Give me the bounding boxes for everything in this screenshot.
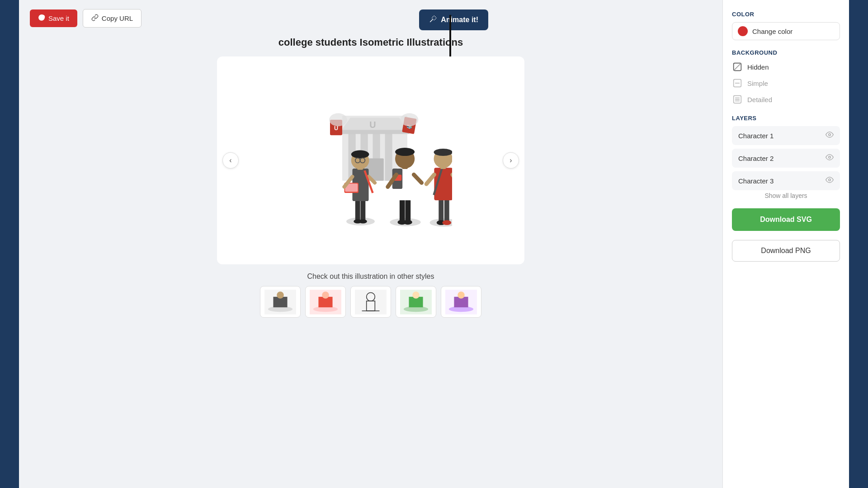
svg-point-88 (829, 179, 831, 181)
svg-rect-18 (361, 199, 366, 222)
layer-1-name: Character 1 (738, 132, 774, 140)
svg-text:U: U (369, 120, 376, 130)
style-thumbnails (217, 286, 524, 318)
sidebar-left (0, 0, 19, 488)
layers-section-label: LAYERS (732, 115, 840, 122)
wand-icon (429, 15, 437, 25)
save-button[interactable]: Save it (30, 9, 77, 27)
save-label: Save it (48, 14, 69, 22)
eye-icon-2 (826, 153, 834, 163)
bg-detailed-label: Detailed (747, 96, 772, 103)
chevron-right-icon: › (509, 156, 512, 164)
svg-point-77 (458, 291, 465, 299)
svg-rect-5 (385, 132, 392, 181)
right-panel: COLOR Change color BACKGROUND Hidden Sim… (722, 0, 849, 488)
style-thumb-4[interactable] (396, 286, 436, 318)
other-styles-title: Check out this illustration in other sty… (217, 272, 524, 281)
detailed-icon (732, 94, 743, 105)
style-thumb-5[interactable] (441, 286, 481, 318)
sidebar-right (849, 0, 868, 488)
download-section: Download SVG (732, 208, 840, 231)
svg-point-37 (403, 220, 412, 225)
color-section-label: COLOR (732, 11, 840, 18)
bg-option-simple[interactable]: Simple (732, 77, 840, 89)
style-thumb-2[interactable] (305, 286, 346, 318)
arrow-shaft (449, 15, 451, 60)
svg-point-73 (412, 291, 420, 299)
layer-item-3[interactable]: Character 3 (732, 171, 840, 190)
animate-wrapper: Animate it! college students Isometric I… (217, 37, 524, 264)
illustration-area: Animate it! college students Isometric I… (19, 37, 722, 488)
main-content: Save it Copy URL Animate it! colleg (19, 0, 722, 488)
copy-url-label: Copy URL (102, 14, 133, 22)
hidden-icon (732, 61, 743, 72)
bg-hidden-label: Hidden (747, 63, 769, 71)
svg-point-20 (359, 220, 367, 224)
pinterest-icon (38, 14, 45, 23)
svg-point-28 (351, 150, 369, 159)
illustration-image: ‹ U (217, 56, 524, 264)
svg-rect-47 (439, 199, 443, 223)
svg-rect-48 (444, 199, 449, 223)
download-svg-button[interactable]: Download SVG (732, 208, 840, 231)
color-picker[interactable]: Change color (732, 22, 840, 40)
svg-point-86 (829, 134, 831, 136)
eye-icon-3 (826, 176, 834, 186)
background-options: Hidden Simple Detailed (732, 61, 840, 106)
layer-3-name: Character 3 (738, 177, 774, 185)
nav-next-button[interactable]: › (503, 152, 519, 169)
svg-point-65 (322, 291, 329, 299)
bg-option-detailed[interactable]: Detailed (732, 93, 840, 106)
svg-point-45 (395, 148, 415, 156)
svg-point-61 (277, 291, 284, 299)
link-icon (91, 14, 99, 23)
svg-rect-17 (355, 199, 360, 222)
simple-icon (732, 78, 743, 89)
change-color-label: Change color (752, 28, 793, 35)
chevron-left-icon: ‹ (229, 156, 231, 164)
layer-item-2[interactable]: Character 2 (732, 149, 840, 168)
show-all-layers[interactable]: Show all layers (732, 192, 840, 199)
layer-2-name: Character 2 (738, 155, 774, 162)
svg-point-57 (434, 149, 453, 156)
color-section: COLOR Change color (732, 11, 840, 40)
svg-rect-34 (400, 199, 405, 222)
nav-prev-button[interactable]: ‹ (222, 152, 239, 169)
style-thumb-1[interactable] (260, 286, 301, 318)
bg-option-hidden[interactable]: Hidden (732, 61, 840, 73)
color-dot (738, 26, 748, 36)
background-section: BACKGROUND Hidden Simple Detailed (732, 49, 840, 106)
layer-item-1[interactable]: Character 1 (732, 126, 840, 145)
other-styles-section: Check out this illustration in other sty… (217, 272, 524, 318)
download-png-button[interactable]: Download PNG (732, 240, 840, 262)
bg-simple-label: Simple (747, 80, 768, 87)
svg-point-87 (829, 156, 831, 159)
style-thumb-3[interactable] (350, 286, 391, 318)
download-png-section: Download PNG (732, 240, 840, 262)
svg-point-15 (401, 113, 419, 127)
svg-rect-7 (340, 130, 410, 134)
eye-icon-1 (826, 131, 834, 141)
illustration-title: college students Isometric Illustrations (217, 37, 524, 48)
svg-line-53 (426, 175, 434, 184)
svg-point-14 (329, 113, 347, 127)
svg-rect-35 (406, 199, 411, 222)
copy-url-button[interactable]: Copy URL (83, 9, 142, 28)
svg-line-42 (414, 175, 421, 183)
layers-section: LAYERS Character 1 Character 2 Character… (732, 115, 840, 199)
svg-point-50 (442, 220, 451, 225)
svg-line-79 (734, 63, 741, 71)
background-section-label: BACKGROUND (732, 49, 840, 56)
toolbar: Save it Copy URL (19, 0, 722, 37)
layers-list: Character 1 Character 2 Character 3 (732, 126, 840, 190)
